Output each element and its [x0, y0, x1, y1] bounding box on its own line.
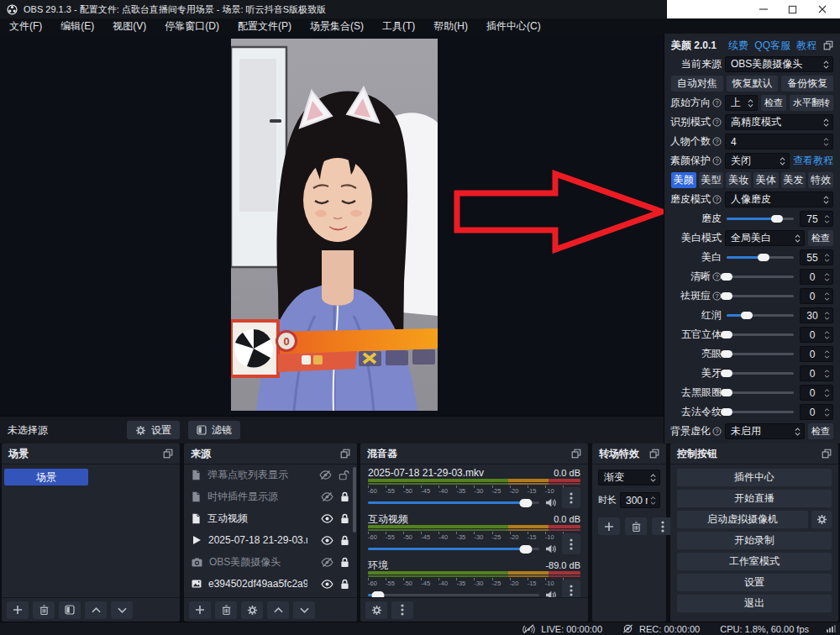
lock-icon[interactable] [340, 579, 349, 590]
visibility-on-icon[interactable] [321, 580, 333, 589]
spin-down-icon[interactable] [823, 143, 829, 146]
spin-up-icon[interactable] [824, 215, 830, 218]
visibility-on-icon[interactable] [321, 536, 333, 545]
rosy-value-spinner[interactable]: 30 [800, 307, 833, 323]
bright-eyes-slider[interactable] [725, 346, 796, 362]
source-item-2[interactable]: 互动视频 [184, 507, 357, 529]
nasolabial-value-spinner[interactable]: 0 [800, 404, 833, 420]
source-item-4[interactable]: OBS美颜摄像头 [184, 551, 357, 573]
spin-down-icon[interactable] [824, 413, 830, 417]
plugin-center-button[interactable]: 插件中心 [677, 469, 832, 486]
volume-slider[interactable] [368, 501, 539, 504]
unlock-icon[interactable] [339, 470, 349, 480]
spin-down-icon[interactable] [824, 394, 830, 397]
menu-item-help[interactable]: 帮助(H) [424, 19, 477, 34]
maximize-button[interactable] [778, 0, 807, 18]
move-source-up-button[interactable] [267, 601, 289, 619]
add-transition-button[interactable] [598, 517, 620, 535]
face-3d-slider[interactable] [725, 327, 796, 343]
dark-circles-value-spinner[interactable]: 0 [800, 385, 833, 401]
popout-icon[interactable] [649, 449, 659, 459]
menu-item-edit[interactable]: 编辑(E) [51, 19, 103, 34]
bg-blur-button-0[interactable]: 检查 [808, 423, 833, 439]
whiten-slider[interactable] [725, 249, 796, 265]
lock-icon[interactable] [340, 513, 349, 524]
source-filters-button[interactable]: 滤镜 [188, 421, 240, 439]
start-recording-button[interactable]: 开始录制 [677, 532, 832, 549]
mixer-channel-menu-button[interactable] [562, 580, 580, 598]
source-properties-button[interactable]: 设置 [127, 421, 180, 439]
spin-down-icon[interactable] [824, 336, 830, 339]
minimize-button[interactable] [748, 0, 778, 18]
start-streaming-button[interactable]: 开始直播 [677, 490, 832, 507]
move-scene-up-button[interactable] [85, 601, 107, 619]
add-scene-button[interactable] [7, 601, 29, 619]
remove-source-button[interactable] [215, 601, 237, 619]
visibility-off-icon[interactable] [321, 558, 333, 567]
mixer-menu-button[interactable] [391, 601, 413, 619]
beauty-tab-5[interactable]: 特效 [808, 172, 833, 188]
menu-item-tools[interactable]: 工具(T) [373, 19, 424, 34]
blemish-value-spinner[interactable]: 0 [800, 288, 833, 304]
lock-icon[interactable] [340, 557, 349, 568]
beauty-tab-3[interactable]: 美体 [753, 172, 779, 188]
move-source-down-button[interactable] [293, 601, 315, 619]
spin-down-icon[interactable] [824, 259, 830, 262]
source-item-0[interactable]: 弹幕点歌列表显示 [184, 464, 357, 485]
popout-icon[interactable] [571, 449, 581, 459]
beauty-link-2[interactable]: 教程 [796, 39, 816, 53]
teeth-slider[interactable] [725, 365, 796, 381]
whiten-mode-select[interactable]: 全局美白 [725, 230, 805, 246]
menu-item-docks[interactable]: 停靠窗口(D) [155, 19, 228, 34]
studio-mode-button[interactable]: 工作室模式 [677, 553, 832, 570]
beauty-action-0[interactable]: 自动对焦 [671, 76, 723, 92]
scene-filters-button[interactable] [59, 601, 81, 619]
menu-item-profile[interactable]: 配置文件(P) [228, 19, 301, 34]
spin-down-icon[interactable] [824, 220, 830, 223]
whiten-mode-button-0[interactable]: 检查 [808, 230, 833, 246]
remove-scene-button[interactable] [33, 601, 55, 619]
beauty-tab-1[interactable]: 美型 [699, 172, 724, 188]
speaker-icon[interactable] [545, 544, 556, 554]
face-protect-select[interactable]: 关闭 [725, 153, 790, 169]
rosy-slider[interactable] [725, 307, 796, 323]
person-count-spinner[interactable]: 4 [725, 134, 833, 150]
spin-up-icon[interactable] [824, 389, 830, 392]
source-properties-toolbar-button[interactable] [241, 601, 263, 619]
menu-item-file[interactable]: 文件(F) [0, 19, 51, 34]
visibility-off-icon[interactable] [321, 492, 333, 501]
popout-icon[interactable] [340, 449, 350, 459]
add-source-button[interactable] [189, 601, 211, 619]
transition-select[interactable]: 渐变 [598, 470, 660, 485]
volume-slider[interactable] [368, 548, 539, 550]
menu-item-scene-collection[interactable]: 场景集合(S) [301, 19, 373, 34]
start-virtual-camera-button[interactable]: 启动虚拟摄像机 [677, 511, 808, 528]
dark-circles-slider[interactable] [725, 385, 796, 401]
exit-button[interactable]: 退出 [677, 595, 832, 612]
clarity-value-spinner[interactable]: 0 [800, 269, 833, 285]
settings-button[interactable]: 设置 [677, 574, 832, 591]
beauty-tab-2[interactable]: 美妆 [726, 172, 751, 188]
sources-scrollbar[interactable] [353, 467, 356, 533]
spin-down-icon[interactable] [824, 317, 830, 320]
menu-item-plugin-center[interactable]: 插件中心(C) [477, 19, 550, 34]
bright-eyes-value-spinner[interactable]: 0 [800, 346, 833, 362]
move-scene-down-button[interactable] [111, 601, 133, 619]
spin-down-icon[interactable] [824, 375, 830, 378]
nasolabial-slider[interactable] [725, 404, 796, 420]
mixer-channel-menu-button[interactable] [562, 487, 580, 508]
advanced-audio-button[interactable] [365, 601, 387, 619]
bg-blur-select[interactable]: 未启用 [725, 423, 805, 439]
detect-mode-select[interactable]: 高精度模式 [725, 114, 833, 130]
spin-down-icon[interactable] [650, 501, 656, 505]
mixer-channel-menu-button[interactable] [562, 533, 580, 554]
spin-up-icon[interactable] [824, 292, 830, 296]
beauty-tab-0[interactable]: 美颜 [671, 172, 696, 188]
beauty-link-0[interactable]: 续费 [728, 39, 748, 53]
spin-up-icon[interactable] [824, 254, 830, 257]
orientation-button-1[interactable]: 水平翻转 [790, 95, 833, 111]
beauty-action-1[interactable]: 恢复默认 [727, 76, 779, 92]
beauty-action-2[interactable]: 备份恢复 [781, 76, 833, 92]
spin-up-icon[interactable] [650, 496, 656, 500]
virtual-camera-settings-button[interactable] [811, 511, 832, 528]
